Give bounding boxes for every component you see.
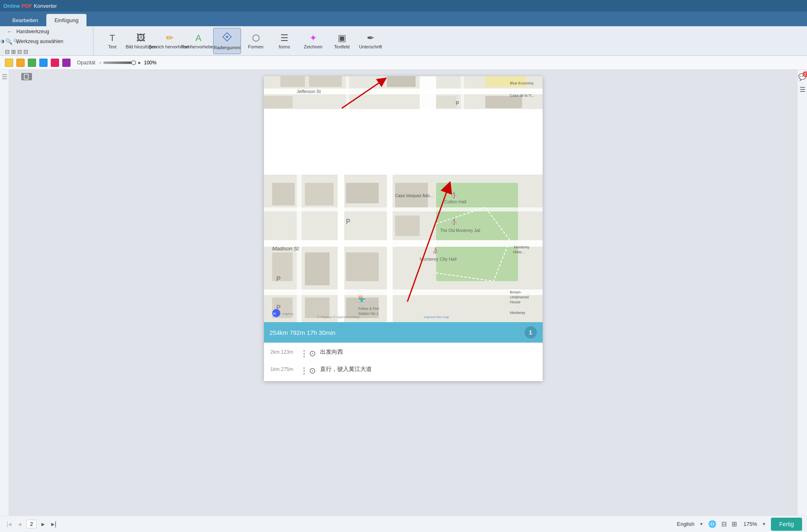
swatch-purple[interactable] [62, 59, 70, 67]
svg-text:⛪: ⛪ [432, 247, 439, 254]
page-view-icon2[interactable]: ⊞ [11, 48, 16, 55]
textfeld-icon: ▣ [338, 33, 346, 43]
svg-rect-5 [420, 76, 436, 109]
opacity-max-icon: ● [138, 60, 141, 66]
swatch-green[interactable] [28, 59, 36, 67]
swatch-orange[interactable] [16, 59, 25, 67]
tool-forms[interactable]: ☰ forms [271, 28, 298, 54]
zoom-in-icon[interactable]: 🔍 [5, 38, 12, 45]
svg-rect-7 [461, 76, 464, 109]
tab-einfugung[interactable]: Einfügung [46, 14, 87, 26]
svg-text:Blue Economy: Blue Economy [510, 81, 534, 85]
comments-icon-container[interactable]: 💬 2 [798, 73, 807, 81]
white-space [264, 109, 543, 175]
svg-text:🏪: 🏪 [358, 296, 366, 302]
sidebar-right: 💬 2 ☰ [797, 70, 807, 516]
page-prev-icon[interactable]: ◂ [16, 519, 23, 529]
status-right: English ▼ 🌐 ⊟ ⊞ 175% ▼ Fertig [677, 518, 802, 531]
page-view-icon4[interactable]: ⊟ [23, 48, 28, 55]
language-chevron-icon[interactable]: ▼ [699, 522, 703, 526]
forms-icon: ☰ [280, 33, 289, 43]
tool-unterschrift[interactable]: ✒ Unterschrift [357, 28, 384, 54]
step-1-icon: ⊙ [309, 348, 316, 358]
svg-text:m: m [273, 311, 276, 316]
page-view-icon3[interactable]: ⊟ [17, 48, 22, 55]
route-step-num: 1 [525, 326, 537, 339]
title-bar: OnlinePDFKonverter [0, 0, 807, 11]
opacity-min-icon: ○ [99, 60, 102, 66]
handwerkzeug-row: ← Handwerkzeug [5, 27, 88, 36]
zeichnen-icon: ✦ [309, 33, 317, 43]
zoom-chevron-icon[interactable]: ▼ [762, 522, 766, 526]
page-first-icon[interactable]: |◂ [5, 519, 13, 529]
swatch-yellow[interactable] [5, 59, 13, 67]
pdf-page: Jefferson St P Blue Economy Casa de la T… [264, 76, 543, 381]
back-icon[interactable]: ← [5, 27, 14, 36]
opacity-slider[interactable] [103, 61, 136, 64]
tab-bearbeiten[interactable]: Bearbeiten [4, 14, 46, 26]
status-left: |◂ ◂ 2 ▸ ▸| [5, 519, 58, 529]
tool-formen[interactable]: ⬡ Formen [242, 28, 270, 54]
svg-text:Improve this map: Improve this map [424, 315, 449, 319]
tool-text[interactable]: T Text [98, 28, 126, 54]
werkzeug-row: ◑ 🔍 🔍 Werkzeug auswählen [5, 37, 88, 46]
status-bar: |◂ ◂ 2 ▸ ▸| English ▼ 🌐 ⊟ ⊞ 175% ▼ Ferti… [0, 516, 807, 532]
svg-rect-36 [346, 252, 379, 281]
tool-zeichnen[interactable]: ✦ Zeichnen [299, 28, 327, 54]
svg-text:Monterey: Monterey [510, 311, 525, 315]
tool-text-hervorheben[interactable]: A Text hervorheben [184, 28, 212, 54]
svg-rect-23 [338, 175, 344, 322]
zoom-toggle-icon[interactable]: ◑ [0, 39, 5, 44]
svg-text:Casa Vasquez Ado...: Casa Vasquez Ado... [395, 193, 433, 198]
svg-rect-32 [346, 183, 379, 203]
page-number[interactable]: 2 [26, 520, 36, 528]
sidebar-left-handle[interactable]: ☰ [2, 73, 7, 81]
page-view-icon1[interactable]: ⊟ [5, 48, 10, 55]
tool-bereich-hervorheben[interactable]: ✏ Bereich hervorheben [156, 28, 184, 54]
svg-text:Police & Fire: Police & Fire [358, 307, 379, 311]
canvas-area[interactable]: Jefferson St P Blue Economy Casa de la T… [9, 70, 797, 516]
svg-text:P: P [456, 100, 459, 106]
texthv-label: Text hervorheben [181, 44, 216, 49]
tool-radiergummi[interactable]: Radiergummi [213, 28, 241, 54]
step-1-dist: 2km 123m [271, 348, 299, 355]
step-2-instruction: 直行，驶入黄江大道 [320, 366, 372, 373]
texthv-icon: A [195, 33, 202, 43]
tool-bild-hinzufugen[interactable]: 🖼 Bild hinzufügen [127, 28, 155, 54]
svg-text:Jefferson St: Jefferson St [297, 89, 321, 94]
svg-rect-30 [305, 183, 334, 205]
svg-rect-9 [309, 76, 342, 87]
svg-text:House: House [510, 300, 521, 304]
page-number-badge [21, 73, 32, 80]
sidebar-panel-icon[interactable]: ☰ [800, 86, 805, 93]
route-summary: 254km 792m 17h 30min [270, 329, 336, 336]
svg-rect-28 [264, 207, 543, 211]
handwerkzeug-label: Handwerkzeug [16, 29, 49, 34]
svg-text:© Mapbox © OpenStreetMap: © Mapbox © OpenStreetMap [317, 315, 360, 319]
tool-textfeld[interactable]: ▣ Textfeld [328, 28, 356, 54]
page-layout-icon1[interactable]: ⊟ [721, 520, 727, 528]
svg-rect-34 [272, 252, 293, 281]
svg-rect-35 [305, 252, 330, 285]
svg-text:P: P [276, 275, 281, 282]
page-last-icon[interactable]: ▸| [50, 519, 58, 529]
swatch-blue[interactable] [39, 59, 48, 67]
page-next-icon[interactable]: ▸ [40, 519, 46, 529]
page-layout-icon2[interactable]: ⊞ [732, 520, 737, 528]
fertig-button[interactable]: Fertig [771, 518, 802, 531]
comments-badge: 2 [802, 71, 807, 77]
svg-rect-6 [346, 76, 349, 109]
panel-icon: ☰ [800, 86, 805, 93]
step-1-instruction: 出发向西 [320, 348, 343, 356]
swatch-pink[interactable] [51, 59, 59, 67]
svg-rect-8 [280, 76, 305, 87]
bild-icon: 🖼 [136, 33, 145, 43]
globe-icon[interactable]: 🌐 [708, 520, 716, 528]
route-step-1: 2km 123m ⊙ 出发向西 [271, 348, 536, 358]
radiergummi-label: Radiergummi [214, 45, 240, 50]
tool-group: T Text 🖼 Bild hinzufügen ✏ Bereich hervo… [95, 28, 804, 54]
svg-text:Underwood: Underwood [510, 295, 529, 299]
svg-text:The Old Monterey Jail: The Old Monterey Jail [440, 228, 480, 233]
text-label: Text [108, 44, 116, 49]
svg-text:P: P [346, 218, 350, 225]
